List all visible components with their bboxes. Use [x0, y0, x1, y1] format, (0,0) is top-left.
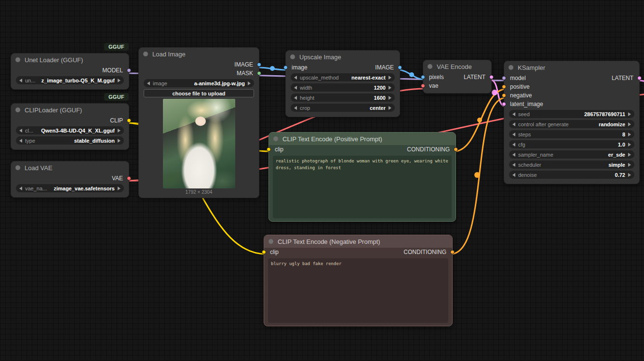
- clip-output-port[interactable]: [127, 119, 131, 123]
- model-input-port[interactable]: [502, 76, 506, 80]
- decrement-arrow-icon[interactable]: [294, 76, 297, 80]
- widget-upscale-method[interactable]: upscale_method nearest-exact: [291, 73, 395, 81]
- increment-arrow-icon[interactable]: [628, 163, 631, 167]
- node-ksampler[interactable]: KSampler model LATENT positive negative …: [504, 61, 640, 184]
- node-upscale-image[interactable]: Upscale Image image IMAGE upscale_method…: [285, 50, 400, 117]
- widget-clip-type[interactable]: type stable_diffusion: [16, 136, 124, 145]
- increment-arrow-icon[interactable]: [628, 112, 631, 116]
- widget-sampler-name[interactable]: sampler_name er_sde: [509, 150, 634, 159]
- node-clip-text-negative[interactable]: CLIP Text Encode (Negative Prompt) clip …: [264, 235, 453, 326]
- collapse-dot-icon[interactable]: [143, 52, 148, 56]
- decrement-arrow-icon[interactable]: [19, 79, 22, 82]
- negative-input-port[interactable]: [502, 94, 506, 98]
- increment-arrow-icon[interactable]: [118, 187, 121, 190]
- decrement-arrow-icon[interactable]: [294, 86, 297, 90]
- widget-value: 1200: [315, 85, 386, 91]
- decrement-arrow-icon[interactable]: [19, 139, 22, 143]
- node-titlebar[interactable]: CLIP Text Encode (Positive Prompt): [269, 133, 456, 145]
- increment-arrow-icon[interactable]: [628, 133, 631, 136]
- image-output-port[interactable]: [257, 63, 261, 67]
- increment-arrow-icon[interactable]: [389, 96, 391, 100]
- pixels-input-port[interactable]: [421, 75, 425, 80]
- increment-arrow-icon[interactable]: [389, 86, 391, 90]
- decrement-arrow-icon[interactable]: [512, 112, 515, 116]
- node-unet-loader[interactable]: GGUF Unet Loader (GGUF) MODEL un... z_im…: [11, 53, 129, 90]
- node-titlebar[interactable]: KSampler: [504, 61, 639, 74]
- latent-image-input-port[interactable]: [502, 102, 506, 107]
- node-load-vae[interactable]: Load VAE VAE vae_na... zimage_vae.safete…: [11, 161, 129, 198]
- increment-arrow-icon[interactable]: [389, 76, 391, 80]
- positive-input-port[interactable]: [502, 85, 506, 89]
- increment-arrow-icon[interactable]: [118, 129, 121, 133]
- decrement-arrow-icon[interactable]: [512, 133, 515, 136]
- node-titlebar[interactable]: Upscale Image: [286, 51, 400, 63]
- node-clip-text-positive[interactable]: CLIP Text Encode (Positive Prompt) clip …: [268, 132, 456, 222]
- clip-input-port[interactable]: [267, 147, 271, 152]
- image-output-port[interactable]: [398, 66, 402, 70]
- collapse-dot-icon[interactable]: [273, 136, 278, 141]
- image-input-port[interactable]: [283, 66, 288, 70]
- node-titlebar[interactable]: Load VAE: [11, 161, 129, 174]
- widget-vae-name[interactable]: vae_na... zimage_vae.safetensors: [16, 184, 124, 192]
- increment-arrow-icon[interactable]: [118, 139, 121, 143]
- collapse-dot-icon[interactable]: [509, 65, 513, 70]
- node-titlebar[interactable]: VAE Encode: [423, 60, 491, 73]
- latent-output-port[interactable]: [489, 75, 494, 80]
- node-vae-encode[interactable]: VAE Encode pixels LATENT vae: [423, 60, 492, 94]
- widget-image-file[interactable]: image a-anime3d.jpg-w.jpg: [144, 79, 254, 87]
- increment-arrow-icon[interactable]: [118, 79, 121, 82]
- clip-input-port[interactable]: [262, 250, 266, 254]
- increment-arrow-icon[interactable]: [389, 106, 391, 110]
- node-titlebar[interactable]: CLIP Text Encode (Negative Prompt): [264, 235, 452, 248]
- decrement-arrow-icon[interactable]: [147, 81, 150, 85]
- increment-arrow-icon[interactable]: [248, 81, 251, 85]
- node-titlebar[interactable]: CLIPLoader (GGUF): [11, 104, 129, 116]
- collapse-dot-icon[interactable]: [268, 239, 273, 244]
- widget-height[interactable]: height 1600: [291, 94, 395, 102]
- collapse-dot-icon[interactable]: [290, 54, 295, 59]
- decrement-arrow-icon[interactable]: [512, 153, 515, 157]
- widget-scheduler[interactable]: scheduler simple: [509, 160, 634, 169]
- widget-crop[interactable]: crop center: [291, 104, 395, 112]
- image-preview[interactable]: [163, 99, 235, 188]
- collapse-dot-icon[interactable]: [15, 165, 20, 170]
- collapse-dot-icon[interactable]: [428, 64, 432, 69]
- decrement-arrow-icon[interactable]: [512, 163, 515, 167]
- node-load-image[interactable]: Load Image IMAGE MASK image a-anime3d.jp…: [138, 47, 259, 198]
- widget-control-after-generate[interactable]: control after generate randomize: [509, 120, 634, 128]
- decrement-arrow-icon[interactable]: [19, 187, 22, 190]
- decrement-arrow-icon[interactable]: [512, 122, 515, 126]
- model-output-port[interactable]: [127, 68, 131, 73]
- widget-cfg[interactable]: cfg 1.0: [509, 140, 634, 148]
- decrement-arrow-icon[interactable]: [512, 143, 515, 147]
- widget-seed[interactable]: seed 28675787690711: [509, 110, 634, 118]
- vae-output-port[interactable]: [127, 176, 131, 181]
- increment-arrow-icon[interactable]: [628, 173, 631, 177]
- widget-steps[interactable]: steps 8: [509, 130, 634, 138]
- latent-output-port[interactable]: [637, 76, 642, 80]
- upload-file-button[interactable]: choose file to upload: [144, 89, 254, 97]
- vae-input-port[interactable]: [421, 84, 425, 88]
- positive-prompt-textarea[interactable]: realistic photograph of blonde woman wit…: [273, 156, 452, 218]
- widget-label: image: [153, 80, 167, 86]
- widget-unet-name[interactable]: un... z_image_turbo-Q5_K_M.gguf: [16, 76, 124, 84]
- conditioning-output-port[interactable]: [450, 250, 455, 254]
- negative-prompt-textarea[interactable]: blurry ugly bad fake render: [268, 258, 448, 323]
- increment-arrow-icon[interactable]: [628, 122, 631, 126]
- collapse-dot-icon[interactable]: [15, 57, 20, 62]
- decrement-arrow-icon[interactable]: [512, 173, 515, 177]
- node-titlebar[interactable]: Load Image: [139, 48, 259, 60]
- decrement-arrow-icon[interactable]: [294, 96, 297, 100]
- decrement-arrow-icon[interactable]: [19, 129, 22, 133]
- widget-clip-name[interactable]: cl... Qwen3-4B-UD-Q4_K_XL.gguf: [16, 126, 124, 134]
- increment-arrow-icon[interactable]: [628, 143, 631, 147]
- widget-width[interactable]: width 1200: [291, 83, 395, 92]
- conditioning-output-port[interactable]: [454, 147, 458, 152]
- mask-output-port[interactable]: [257, 71, 261, 76]
- widget-denoise[interactable]: denoise 0.72: [509, 171, 634, 179]
- increment-arrow-icon[interactable]: [628, 153, 631, 157]
- decrement-arrow-icon[interactable]: [294, 106, 297, 110]
- collapse-dot-icon[interactable]: [15, 107, 20, 112]
- node-titlebar[interactable]: Unet Loader (GGUF): [11, 53, 129, 66]
- node-clip-loader[interactable]: GGUF CLIPLoader (GGUF) CLIP cl... Qwen3-…: [11, 103, 129, 150]
